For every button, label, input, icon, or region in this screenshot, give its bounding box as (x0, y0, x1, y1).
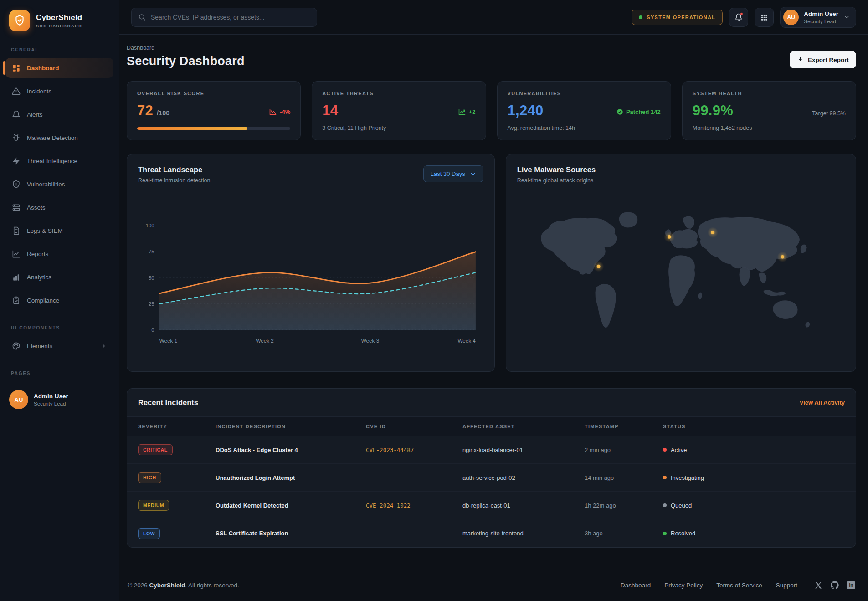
column-header: STATUS (663, 424, 845, 429)
trend-up-icon (458, 108, 466, 115)
column-header: TIMESTAMP (585, 424, 663, 429)
view-all-activity-link[interactable]: View All Activity (800, 399, 845, 406)
column-header: AFFECTED ASSET (462, 424, 585, 429)
content: Dashboard Security Dashboard Export Repo… (119, 35, 868, 601)
system-status-badge: SYSTEM OPERATIONAL (632, 10, 723, 25)
recent-incidents-card: Recent Incidents View All Activity SEVER… (127, 388, 856, 548)
stat-subtext: Avg. remediation time: 14h (508, 125, 661, 131)
status-cell: Investigating (663, 474, 845, 481)
severity-badge: LOW (138, 528, 160, 539)
sidebar-item-label: Assets (27, 204, 46, 211)
brand-name: CyberShield (36, 13, 82, 22)
affected-asset: marketing-site-frontend (462, 530, 585, 537)
sidebar-item-compliance[interactable]: Compliance (5, 290, 113, 310)
stat-value: 1,240 (508, 103, 544, 119)
topbar: SYSTEM OPERATIONAL AU Admin User Securit… (119, 0, 868, 35)
stat-label: OVERALL RISK SCORE (137, 91, 290, 96)
cve-id-link[interactable]: CVE-2023-44487 (366, 447, 462, 453)
column-header: CVE ID (366, 424, 462, 429)
table-row[interactable]: LOW SSL Certificate Expiration - marketi… (127, 519, 856, 547)
notifications-button[interactable] (729, 8, 748, 27)
sidebar-item-assets[interactable]: Assets (5, 197, 113, 217)
svg-text:Week 2: Week 2 (256, 338, 273, 344)
status-cell: Queued (663, 502, 845, 509)
charts-row: Threat Landscape Real-time intrusion det… (127, 154, 856, 372)
svg-text:Week 1: Week 1 (159, 338, 177, 344)
severity-badge: HIGH (138, 472, 161, 483)
incident-description: Unauthorized Login Attempt (216, 474, 366, 481)
linkedin-icon[interactable]: in (847, 581, 855, 589)
sidebar-item-logs-siem[interactable]: Logs & SIEM (5, 221, 113, 241)
svg-text:Week 3: Week 3 (361, 338, 379, 344)
sidebar-item-label: Elements (27, 343, 52, 349)
apps-grid-button[interactable] (755, 8, 774, 27)
footer-link-dashboard[interactable]: Dashboard (621, 582, 651, 589)
breadcrumb[interactable]: Dashboard (127, 45, 245, 51)
user-role: Security Lead (804, 19, 838, 24)
avatar: AU (9, 390, 28, 409)
footer: © 2026 CyberShield. All rights reserved.… (127, 567, 856, 589)
table-row[interactable]: MEDIUM Outdated Kernel Detected CVE-2024… (127, 492, 856, 519)
sidebar-item-vulnerabilities[interactable]: Vulnerabilities (5, 174, 113, 194)
section-label-ui-components: UI COMPONENTS (11, 325, 108, 330)
chevron-down-icon (470, 171, 476, 177)
table-row[interactable]: HIGH Unauthorized Login Attempt - auth-s… (127, 464, 856, 492)
stat-card-active-threats: ACTIVE THREATS 14 +2 3 Critical, 11 High… (312, 81, 486, 140)
search-icon (138, 13, 146, 21)
search-box[interactable] (131, 8, 317, 27)
continents (541, 212, 810, 328)
x-twitter-icon[interactable] (815, 581, 822, 589)
table-row[interactable]: CRITICAL DDoS Attack - Edge Cluster 4 CV… (127, 436, 856, 464)
stat-card-risk-score: OVERALL RISK SCORE 72 /100 -4% (127, 81, 301, 140)
sidebar-item-malware-detection[interactable]: Malware Detection (5, 128, 113, 148)
sidebar-item-alerts[interactable]: Alerts (5, 104, 113, 124)
status-dot (663, 503, 667, 507)
sidebar-item-reports[interactable]: Reports (5, 244, 113, 264)
affected-asset: db-replica-east-01 (462, 502, 585, 509)
sidebar-item-label: Reports (27, 251, 48, 257)
sidebar-item-analytics[interactable]: Analytics (5, 267, 113, 287)
timestamp: 3h ago (585, 530, 663, 537)
sidebar-item-dashboard[interactable]: Dashboard (5, 58, 113, 78)
github-icon[interactable] (831, 581, 839, 589)
alert-triangle-icon (12, 87, 21, 96)
stat-subtext: 3 Critical, 11 High Priority (322, 125, 475, 131)
status-cell: Resolved (663, 530, 845, 537)
timestamp: 2 min ago (585, 447, 663, 453)
risk-progress-fill (137, 127, 247, 130)
chevron-right-icon (100, 343, 107, 349)
user-menu[interactable]: AU Admin User Security Lead (780, 7, 856, 28)
stat-card-system-health: SYSTEM HEALTH 99.9% Target 99.5% Monitor… (682, 81, 856, 140)
footer-link-terms-of-service[interactable]: Terms of Service (716, 582, 762, 589)
date-range-dropdown[interactable]: Last 30 Days (423, 165, 483, 182)
search-input[interactable] (151, 14, 310, 21)
timestamp: 1h 22m ago (585, 502, 663, 509)
shield-alert-icon (12, 180, 21, 189)
svg-text:75: 75 (149, 249, 154, 254)
brand-logo[interactable]: CyberShield SOC DASHBOARD (0, 0, 119, 36)
sidebar-item-label: Vulnerabilities (27, 181, 65, 188)
copyright: © 2026 CyberShield. All rights reserved. (128, 582, 239, 589)
sidebar-item-label: Compliance (27, 297, 59, 304)
footer-link-privacy-policy[interactable]: Privacy Policy (664, 582, 703, 589)
risk-progress-track (137, 127, 290, 130)
stat-value: 14 (322, 103, 338, 119)
threat-landscape-chart: 0255075100Week 1Week 2Week 3Week 4 (138, 184, 483, 360)
column-header: INCIDENT DESCRIPTION (216, 424, 366, 429)
footer-link-support[interactable]: Support (776, 582, 797, 589)
target-note: Target 99.5% (812, 110, 846, 117)
status-dot (663, 532, 667, 535)
export-report-button[interactable]: Export Report (790, 51, 856, 68)
sidebar-item-label: Logs & SIEM (27, 227, 63, 234)
sidebar-item-incidents[interactable]: Incidents (5, 81, 113, 101)
user-role: Security Lead (34, 401, 68, 406)
status-dot (663, 476, 667, 479)
sidebar-item-label: Alerts (27, 111, 43, 118)
sidebar-user-panel[interactable]: AU Admin User Security Lead (0, 383, 119, 416)
stat-cards-row: OVERALL RISK SCORE 72 /100 -4% ACTIVE TH… (127, 81, 856, 140)
sidebar-item-threat-intelligence[interactable]: Threat Intelligence (5, 151, 113, 171)
cve-id-link[interactable]: CVE-2024-1022 (366, 502, 462, 509)
cve-id: - (366, 474, 462, 481)
patched-badge: Patched 142 (616, 108, 661, 115)
sidebar-item-elements[interactable]: Elements (5, 336, 113, 356)
